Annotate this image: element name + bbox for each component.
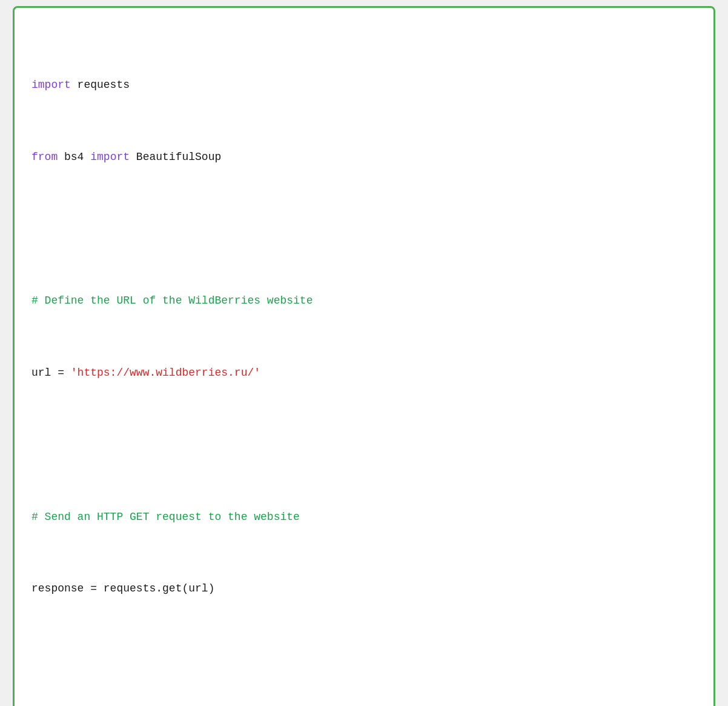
code-line-9 xyxy=(31,652,697,670)
code-line-7: # Send an HTTP GET request to the websit… xyxy=(31,508,697,527)
code-block: import requests from bs4 import Beautifu… xyxy=(31,22,697,706)
code-line-1: import requests xyxy=(31,76,697,95)
code-container: import requests from bs4 import Beautifu… xyxy=(13,6,715,706)
code-line-4: # Define the URL of the WildBerries webs… xyxy=(31,292,697,310)
code-line-5: url = 'https://www.wildberries.ru/' xyxy=(31,364,697,382)
code-line-6 xyxy=(31,436,697,455)
code-line-8: response = requests.get(url) xyxy=(31,580,697,598)
code-line-3 xyxy=(31,221,697,239)
code-line-2: from bs4 import BeautifulSoup xyxy=(31,148,697,167)
